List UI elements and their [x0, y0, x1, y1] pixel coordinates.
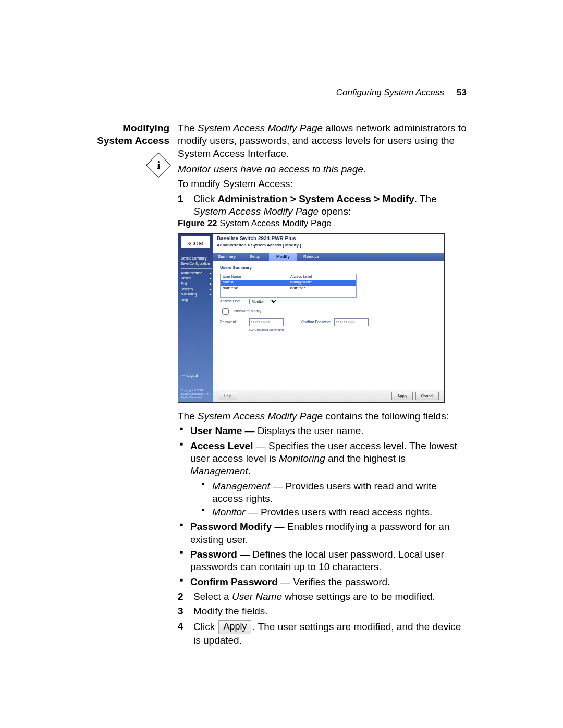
figure-caption: Figure 22 System Access Modify Page: [178, 218, 467, 229]
note-text: Monitor users have no access to this pag…: [178, 163, 467, 176]
list-item: User Name — Displays the user name.: [178, 425, 467, 437]
logo-3com: 3COM: [181, 236, 210, 248]
tab-modify[interactable]: Modify: [269, 253, 297, 261]
sidebar-item: Security: [181, 287, 212, 292]
sidebar-item: Save Configuration: [181, 261, 212, 266]
password-field[interactable]: [249, 318, 284, 326]
sidebar-item: Device: [181, 276, 212, 281]
fields-lead: The System Access Modify Page contains t…: [178, 410, 467, 423]
list-item: Password — Defines the local user passwo…: [178, 548, 467, 574]
panel-title: Users Summary: [220, 265, 252, 270]
step-2: 2 Select a User Name whose settings are …: [178, 590, 467, 603]
list-item: Confirm Password — Verifies the password…: [178, 576, 467, 588]
confirm-password-field[interactable]: [334, 318, 369, 326]
intro-paragraph: The System Access Modify Page allows net…: [178, 122, 467, 160]
access-level-select[interactable]: Monitor: [249, 299, 278, 304]
fig-sidebar: 3COM Device Summary Save Configuration A…: [178, 234, 213, 402]
figure-screenshot: 3COM Device Summary Save Configuration A…: [178, 233, 445, 403]
sidebar-item: Monitoring: [181, 292, 212, 297]
list-item: Access Level — Specifies the user access…: [178, 440, 467, 519]
apply-button[interactable]: Apply: [391, 392, 413, 400]
sidebar-item: Help: [181, 298, 212, 303]
step-4: 4 Click Apply. The user settings are mod…: [178, 620, 467, 647]
device-title: Baseline Switch 2924-PWR Plus: [217, 236, 296, 242]
running-header: Configuring System Access53: [336, 88, 467, 98]
tab-bar: SummarySetupModifyRemove: [213, 253, 444, 261]
list-item: Password Modify — Enables modifying a pa…: [178, 521, 467, 546]
sidebar-item: Device Summary: [181, 256, 212, 261]
cancel-button[interactable]: Cancel: [415, 392, 439, 400]
tab-remove[interactable]: Remove: [297, 253, 325, 261]
logout-link[interactable]: ⇦ Logout: [182, 374, 198, 378]
step-3: 3 Modify the fields.: [178, 605, 467, 618]
list-item: Monitor — Provides users with read acces…: [201, 506, 467, 519]
table-row: adminManagement: [221, 280, 356, 286]
lead-in: To modify System Access:: [178, 178, 467, 190]
sidebar-item: Administration: [181, 270, 212, 276]
body-column: The System Access Modify Page allows net…: [178, 122, 467, 647]
fields-list: User Name — Displays the user name. Acce…: [178, 425, 467, 588]
copyright-text: Copyright © 2007 3Com Corporation. All R…: [181, 389, 210, 399]
tab-setup[interactable]: Setup: [241, 253, 269, 261]
sidebar-links: Device Summary Save Configuration Admini…: [181, 256, 212, 303]
info-icon: i: [146, 153, 171, 178]
step-1: 1 Click Administration > System Access >…: [178, 193, 467, 218]
apply-inline-button[interactable]: Apply: [218, 620, 251, 634]
users-table[interactable]: User NameAccess Level adminManagement mo…: [220, 274, 357, 298]
page-number: 53: [457, 88, 467, 97]
table-row: monitorMonitor: [221, 286, 356, 291]
header-title: Configuring System Access: [336, 88, 444, 97]
section-title: Modifying System Access: [86, 122, 169, 147]
password-modify-checkbox[interactable]: [222, 308, 229, 315]
help-button[interactable]: Help: [218, 392, 237, 400]
list-item: Management — Provides users with read an…: [201, 480, 467, 505]
breadcrumb: Administration > System Access [ Modify …: [217, 243, 301, 248]
sidebar-item: Port: [181, 281, 212, 287]
figure-footer: Help Apply Cancel: [213, 390, 444, 402]
tab-summary[interactable]: Summary: [213, 253, 241, 261]
